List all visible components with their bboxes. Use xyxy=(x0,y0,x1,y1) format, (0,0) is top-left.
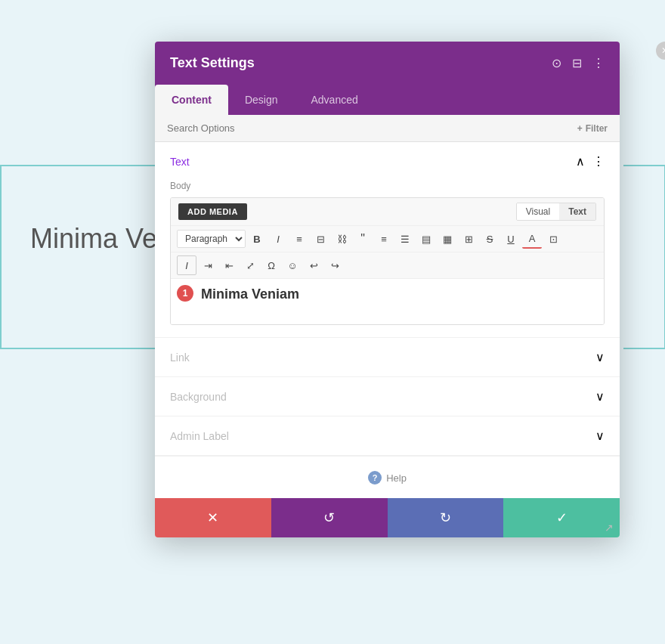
editor-top-bar: ADD MEDIA Visual Text xyxy=(171,198,604,226)
admin-label-section-chevron xyxy=(595,429,605,443)
paragraph-select[interactable]: Paragraph Heading 1 Heading 2 xyxy=(177,230,246,248)
table-button[interactable]: ⊞ xyxy=(459,229,478,249)
undo-button[interactable]: ↺ xyxy=(271,498,388,537)
resize-handle[interactable]: ↗ xyxy=(605,522,617,534)
teal-border-top xyxy=(0,165,162,166)
strikethrough-button[interactable]: S xyxy=(480,229,500,249)
teal-border-bottom xyxy=(0,348,162,349)
align-right-button[interactable]: ▤ xyxy=(416,229,436,249)
redo2-button[interactable]: ↪ xyxy=(325,255,345,275)
filter-plus-icon: + xyxy=(577,123,583,134)
text-section-header[interactable]: Text ⋮ xyxy=(155,142,620,181)
modal-title: Text Settings xyxy=(170,55,255,71)
editor-content[interactable]: 1 Minima Veniam xyxy=(171,279,604,324)
background-section-chevron xyxy=(595,389,605,404)
background-section-title: Background xyxy=(170,391,227,403)
text-section-title: Text xyxy=(170,156,190,168)
link-section-title: Link xyxy=(170,351,190,364)
save-button[interactable]: ✓ xyxy=(503,498,620,537)
link-section-header[interactable]: Link xyxy=(155,338,620,376)
modal-footer: ✕ ↺ ↻ ✓ xyxy=(155,498,620,537)
text-section: Text ⋮ Body ADD MEDIA Visual Text xyxy=(155,142,620,338)
tabs-bar: Content Design Advanced xyxy=(155,85,620,115)
teal-border-left xyxy=(0,165,2,348)
teal-border-right-top xyxy=(623,165,665,166)
text-section-icons: ⋮ xyxy=(576,154,605,169)
focus-icon[interactable]: ⊙ xyxy=(552,56,561,70)
tab-content[interactable]: Content xyxy=(155,85,228,115)
link-button[interactable]: ⛓ xyxy=(332,229,351,249)
ordered-list-button[interactable]: ⊟ xyxy=(311,229,330,249)
align-center-button[interactable]: ☰ xyxy=(395,229,415,249)
text-settings-modal: Text Settings ⊙ ⊟ ⋮ Content Design Advan… xyxy=(155,42,620,537)
cancel-button[interactable]: ✕ xyxy=(155,498,271,537)
filter-label: Filter xyxy=(586,123,608,134)
unordered-list-button[interactable]: ≡ xyxy=(289,229,309,249)
toolbar-row-2: I ⇥ ⇤ ⤢ Ω ☺ ↩ ↪ xyxy=(171,252,604,279)
text-section-more-icon[interactable]: ⋮ xyxy=(592,154,605,169)
editor-container: ADD MEDIA Visual Text Paragraph Heading … xyxy=(170,197,605,325)
text-section-collapse-icon[interactable] xyxy=(576,154,585,169)
search-bar: + Filter xyxy=(155,115,620,142)
layout-icon[interactable]: ⊟ xyxy=(572,56,582,70)
text-format-more-button[interactable]: ⊡ xyxy=(543,229,563,249)
emoji-button[interactable]: ☺ xyxy=(283,255,302,275)
help-text: Help xyxy=(386,472,407,484)
editor-text[interactable]: Minima Veniam xyxy=(180,286,595,302)
outdent-button[interactable]: ⇤ xyxy=(219,255,239,275)
visual-text-tabs: Visual Text xyxy=(516,203,596,221)
teal-border-right-bottom xyxy=(623,348,665,349)
visual-tab[interactable]: Visual xyxy=(517,203,559,220)
italic-button[interactable]: I xyxy=(268,229,288,249)
admin-label-section-title: Admin Label xyxy=(170,430,229,442)
help-icon: ? xyxy=(368,471,382,485)
omega-button[interactable]: Ω xyxy=(261,255,281,275)
more-icon[interactable]: ⋮ xyxy=(592,56,605,70)
align-left-button[interactable]: ≡ xyxy=(374,229,394,249)
link-section-chevron xyxy=(595,350,605,364)
body-label: Body xyxy=(170,181,605,191)
text-tab[interactable]: Text xyxy=(559,203,595,220)
tab-design[interactable]: Design xyxy=(228,85,295,115)
italic2-button[interactable]: I xyxy=(177,255,196,275)
modal-header: Text Settings ⊙ ⊟ ⋮ xyxy=(155,42,620,85)
admin-label-section: Admin Label xyxy=(155,416,620,456)
step-badge: 1 xyxy=(177,285,193,302)
text-section-body: Body ADD MEDIA Visual Text Paragraph xyxy=(155,181,620,337)
background-section: Background xyxy=(155,377,620,416)
admin-label-section-header[interactable]: Admin Label xyxy=(155,416,620,455)
blockquote-button[interactable]: " xyxy=(353,229,373,249)
justify-button[interactable]: ▦ xyxy=(438,229,457,249)
help-section: ? Help xyxy=(155,456,620,498)
bold-button[interactable]: B xyxy=(247,229,267,249)
fullscreen-button[interactable]: ⤢ xyxy=(240,255,260,275)
undo2-button[interactable]: ↩ xyxy=(304,255,323,275)
modal-header-icons: ⊙ ⊟ ⋮ xyxy=(552,56,605,70)
underline-button[interactable]: U xyxy=(501,229,521,249)
text-color-button[interactable]: A xyxy=(522,229,542,249)
search-input[interactable] xyxy=(167,122,577,134)
background-section-header[interactable]: Background xyxy=(155,377,620,416)
toolbar-row-1: Paragraph Heading 1 Heading 2 B I ≡ ⊟ ⛓ … xyxy=(171,226,604,252)
link-section: Link xyxy=(155,338,620,377)
add-media-button[interactable]: ADD MEDIA xyxy=(178,203,247,220)
modal-body: Text ⋮ Body ADD MEDIA Visual Text xyxy=(155,142,620,498)
help-link[interactable]: ? Help xyxy=(368,471,407,485)
tab-advanced[interactable]: Advanced xyxy=(294,85,374,115)
filter-button[interactable]: + Filter xyxy=(577,123,608,134)
redo-button[interactable]: ↻ xyxy=(388,498,504,537)
indent-button[interactable]: ⇥ xyxy=(198,255,218,275)
